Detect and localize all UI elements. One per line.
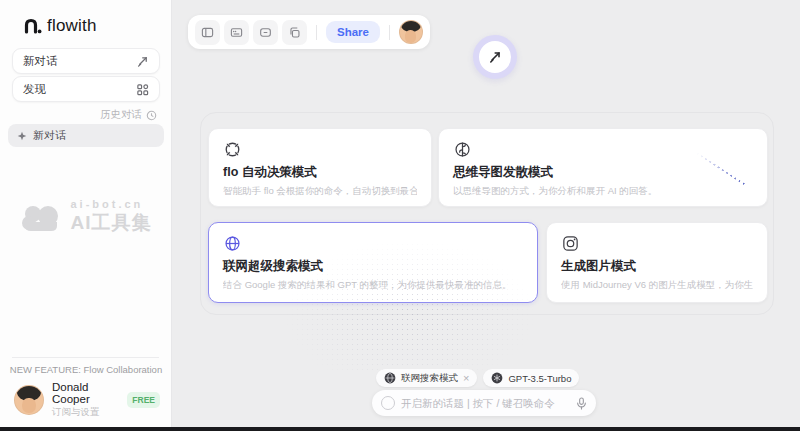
microphone-icon[interactable] xyxy=(576,397,587,410)
target-icon xyxy=(223,140,242,159)
new-chat-label: 新对话 xyxy=(23,54,58,69)
user-account-row[interactable]: Donald Cooper 订阅与设置 FREE xyxy=(14,381,160,419)
avatar xyxy=(14,385,44,415)
sidebar: flowith 新对话 发现 历史对话 新对话 ai-bot.cn AI工具集 xyxy=(0,0,172,427)
mode-card-web-search[interactable]: 联网超级搜索模式 结合 Google 搜索的结果和 GPT 的整理，为你提供最快… xyxy=(208,222,538,303)
discover-icon xyxy=(136,83,149,96)
chip-web-search-mode[interactable]: 联网搜索模式 × xyxy=(376,369,477,387)
toolbar-divider xyxy=(316,25,317,40)
chip-label: GPT-3.5-Turbo xyxy=(508,373,571,384)
user-name: Donald Cooper xyxy=(52,381,127,405)
sidebar-discover-button[interactable]: 发现 xyxy=(12,76,160,102)
close-icon[interactable]: × xyxy=(463,373,469,384)
history-chats-link[interactable]: 历史对话 xyxy=(100,108,157,122)
watermark-line2: AI工具集 xyxy=(71,210,152,236)
user-meta: Donald Cooper 订阅与设置 xyxy=(52,381,127,419)
cloud-logo-icon xyxy=(21,202,63,232)
feature-banner[interactable]: NEW FEATURE: Flow Collaboration xyxy=(0,364,172,375)
wand-arrow-icon xyxy=(488,50,502,64)
card-description: 以思维导图的方式，为你分析和展开 AI 的回答。 xyxy=(453,185,753,198)
mode-card-image-gen[interactable]: 生成图片模式 使用 MidJourney V6 的图片生成模型，为你生成图片。 xyxy=(546,222,768,303)
panel-left-icon[interactable] xyxy=(195,20,220,45)
topic-input[interactable] xyxy=(401,397,570,409)
openai-icon xyxy=(491,372,503,384)
wand-arrow-icon xyxy=(136,55,149,68)
mindmap-icon xyxy=(453,140,472,159)
copy-icon[interactable] xyxy=(282,20,307,45)
mode-card-flo-auto[interactable]: flo 自动决策模式 智能助手 flo 会根据你的命令，自动切换到最合适的 AI… xyxy=(208,128,432,207)
user-subtitle: 订阅与设置 xyxy=(52,406,127,419)
toolbar-avatar[interactable] xyxy=(399,20,423,44)
clock-icon xyxy=(146,110,157,121)
sidebar-session-item[interactable]: 新对话 xyxy=(8,124,164,147)
history-label: 历史对话 xyxy=(100,108,142,122)
globe-filled-icon xyxy=(384,372,396,384)
notes-icon[interactable] xyxy=(224,20,249,45)
flow-canvas[interactable]: Share flo 自动决策模式 智能助手 flo 会根据你的命令，自动切换到最… xyxy=(172,0,800,427)
globe-icon xyxy=(223,234,242,253)
composer-bar xyxy=(372,390,596,416)
active-mode-chips: 联网搜索模式 × GPT-3.5-Turbo xyxy=(376,369,579,387)
root-node-badge[interactable] xyxy=(473,35,517,79)
plan-badge: FREE xyxy=(127,392,160,408)
toolbar-divider xyxy=(389,25,390,40)
footer-divider xyxy=(12,357,159,358)
card-description: 使用 MidJourney V6 的图片生成模型，为你生成图片。 xyxy=(561,279,753,292)
watermark-line1: ai-bot.cn xyxy=(71,198,152,210)
chip-model-gpt35[interactable]: GPT-3.5-Turbo xyxy=(483,369,579,387)
card-description: 智能助手 flo 会根据你的命令，自动切换到最合适的 AI 模型。 xyxy=(223,185,417,198)
flowith-logo-icon xyxy=(24,18,42,34)
mode-card-mindmap[interactable]: 思维导图发散模式 以思维导图的方式，为你分析和展开 AI 的回答。 xyxy=(438,128,768,207)
instagram-icon xyxy=(561,234,580,253)
card-view-icon[interactable] xyxy=(253,20,278,45)
discover-label: 发现 xyxy=(23,82,46,97)
card-title: flo 自动决策模式 xyxy=(223,164,417,181)
watermark: ai-bot.cn AI工具集 xyxy=(0,198,172,236)
card-title: 思维导图发散模式 xyxy=(453,164,753,181)
session-label: 新对话 xyxy=(33,128,66,143)
window-bottom-edge xyxy=(0,427,800,431)
sidebar-new-chat-button[interactable]: 新对话 xyxy=(12,48,160,74)
flowith-app: flowith 新对话 发现 历史对话 新对话 ai-bot.cn AI工具集 xyxy=(0,0,800,431)
card-title: 生成图片模式 xyxy=(561,258,753,275)
node-circle-icon xyxy=(381,396,395,410)
sparkle-icon xyxy=(17,131,27,141)
canvas-toolbar: Share xyxy=(188,15,430,49)
card-title: 联网超级搜索模式 xyxy=(223,258,523,275)
card-description: 结合 Google 搜索的结果和 GPT 的整理，为你提供最快最准的信息。 xyxy=(223,279,523,292)
logo[interactable]: flowith xyxy=(24,16,97,36)
mode-cards-group: flo 自动决策模式 智能助手 flo 会根据你的命令，自动切换到最合适的 AI… xyxy=(200,112,774,315)
chip-label: 联网搜索模式 xyxy=(401,372,458,385)
logo-wordmark: flowith xyxy=(47,16,97,36)
share-button[interactable]: Share xyxy=(326,21,380,43)
